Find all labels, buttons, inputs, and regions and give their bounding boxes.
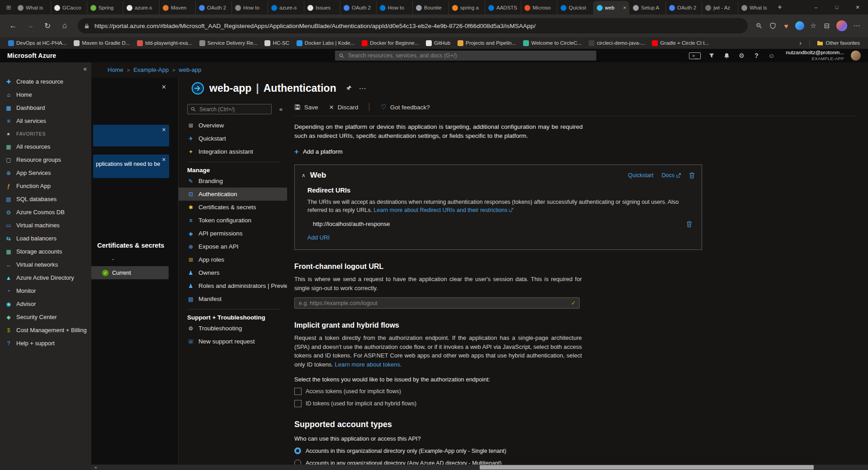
refresh-button[interactable]: ↻ [40,18,55,33]
sidebar-item-dashboard[interactable]: ▦Dashboard [0,101,91,114]
forward-button[interactable]: → [23,18,38,33]
browser-tab-issues[interactable]: Issues [304,1,340,14]
tab-close-icon[interactable]: × [623,5,626,10]
tab-actions-icon[interactable]: ⊞ [3,1,14,13]
front-channel-logout-input[interactable]: ✓ [294,297,580,309]
browser-tab-spring-a[interactable]: spring a [448,1,485,14]
menu-item-owners[interactable]: ♟Owners [179,266,287,279]
sidebar-item-load-balancers[interactable]: ⇆Load balancers [0,232,91,245]
menu-item-certificates-secrets[interactable]: ✱Certificates & secrets [179,201,287,214]
azure-brand[interactable]: Microsoft Azure [7,52,56,59]
browser-tab-quickst[interactable]: Quickst [557,1,593,14]
breadcrumb-example-app[interactable]: Example-App [133,66,169,73]
browser-tab-oauth-2[interactable]: OAuth 2 [195,1,231,14]
more-options-icon[interactable]: ⋯ [359,84,367,93]
menu-item-branding[interactable]: ✎Branding [179,174,287,188]
security-badge-icon[interactable] [767,20,778,32]
bookmark-hc-sc[interactable]: HC-SC [261,39,292,47]
bookmark-maven-to-gradle-d[interactable]: Maven to Gradle D... [70,39,133,47]
menu-item-new-support-request[interactable]: ☏New support request [179,335,287,348]
profile-avatar[interactable] [836,20,847,31]
notifications-icon[interactable] [722,53,731,59]
browser-tab-azure-s[interactable]: azure-s [123,1,159,14]
browser-tab-oauth-2[interactable]: OAuth 2 [340,1,376,14]
back-button[interactable]: ← [5,18,21,33]
zoom-icon[interactable] [753,20,765,32]
sidebar-item-home[interactable]: ⌂Home [0,88,91,101]
bookmark-gradle-circle-ci-t[interactable]: Gradle + Circle CI t... [648,39,712,47]
learn-more-tokens-link[interactable]: Learn more about tokens. [335,361,402,368]
browser-tab-how-to[interactable]: How to [376,1,412,14]
bookmarks-overflow-icon[interactable]: › [796,39,806,47]
url-input[interactable] [94,22,741,30]
cloud-shell-icon[interactable]: >_ [689,52,701,59]
breadcrumb-web-app[interactable]: web-app [179,66,202,73]
sidebar-item-sql-databases[interactable]: ▤SQL databases [0,193,91,206]
logout-url-input[interactable] [295,300,579,306]
menu-item-authentication[interactable]: ⊡Authentication [179,188,287,201]
browser-tab-microso[interactable]: Microso [521,1,557,14]
close-window-button[interactable]: ✕ [847,0,868,14]
sidebar-item-advisor[interactable]: ◉Advisor [0,297,91,310]
bookmark-tdd-playwright-exa[interactable]: tdd-playwright-exa... [133,39,196,47]
bookmark-welcome-to-circlec[interactable]: Welcome to CircleC... [519,39,585,47]
feedback-button[interactable]: ♡ Got feedback? [380,103,429,111]
sidebar-item-azure-cosmos-db[interactable]: ⊙Azure Cosmos DB [0,206,91,219]
directory-filter-icon[interactable] [708,53,716,58]
sidebar-item-monitor[interactable]: ◔Monitor [0,284,91,297]
menu-item-expose-an-api[interactable]: ⊕Expose an API [179,240,287,253]
bookmark-projects-and-pipelin[interactable]: Projects and Pipelin... [454,39,519,47]
id-tokens-checkbox[interactable]: ID tokens (used for implicit and hybrid … [294,400,856,407]
access-tokens-checkbox[interactable]: Access tokens (used for implicit flows) [294,388,856,395]
global-search-input[interactable] [347,52,592,59]
checkbox-icon[interactable] [294,388,302,395]
docs-link[interactable]: Docs [662,172,681,179]
sidebar-item-security-center[interactable]: ◆Security Center [0,310,91,324]
browser-menu-icon[interactable]: ⋯ [851,20,863,32]
multitenant-radio[interactable]: Accounts in any organizational directory… [294,460,856,465]
scrollbar-thumb[interactable] [480,465,814,470]
sidebar-item-virtual-networks[interactable]: ↔Virtual networks [0,258,91,271]
minimize-button[interactable]: – [806,0,826,14]
single-tenant-radio[interactable]: Accounts in this organizational director… [294,447,856,454]
browser-essentials-icon[interactable]: ♥ [780,20,792,32]
sidebar-item-create-a-resource[interactable]: ✚Create a resource [0,75,91,88]
browser-tab-aadsts[interactable]: AADSTS [485,1,521,14]
add-uri-link[interactable]: Add URI [307,234,330,241]
sidebar-item-all-services[interactable]: ≡All services [0,114,91,127]
user-avatar[interactable] [851,51,861,61]
browser-tab-bountie[interactable]: Bountie [412,1,448,14]
redirect-uri-row[interactable]: http://localhost/auth-response [307,221,695,227]
address-bar[interactable] [78,18,748,33]
checkbox-icon[interactable] [294,400,302,407]
blade-search-input[interactable] [198,106,268,113]
delete-platform-icon[interactable] [689,172,695,179]
favorites-icon[interactable]: ☆ [807,20,819,32]
menu-item-token-configuration[interactable]: ≡Token configuration [179,214,287,227]
browser-tab-web[interactable]: web× [593,1,629,14]
toast-close-icon[interactable]: ✕ [162,157,166,163]
horizontal-scrollbar[interactable]: ◂ [91,465,868,470]
browser-tab-oauth-2[interactable]: OAuth 2 [665,1,702,14]
discard-button[interactable]: ✕ Discard [329,104,359,111]
browser-tab-gcacco[interactable]: GCacco [51,1,87,14]
copilot-icon[interactable] [794,20,806,32]
scroll-left-icon[interactable]: ◂ [92,465,99,470]
delete-uri-icon[interactable] [686,221,692,227]
browser-tab-maven[interactable]: Maven [159,1,195,14]
sidebar-item-resource-groups[interactable]: ▢Resource groups [0,153,91,166]
chevron-up-icon[interactable]: ∧ [302,172,306,179]
add-platform-button[interactable]: + Add a platform [294,148,856,155]
menu-item-integration-assistant[interactable]: ✦Integration assistant [179,145,287,158]
maximize-button[interactable]: □ [826,0,847,14]
menu-item-roles-and-administrators-preview[interactable]: ♟Roles and administrators | Preview [179,279,287,292]
sidebar-item-help-support[interactable]: ?Help + support [0,337,91,350]
sidebar-item-azure-active-directory[interactable]: ▲Azure Active Directory [0,271,91,284]
menu-item-overview[interactable]: ⊞Overview [179,119,287,132]
menu-item-manifest[interactable]: ▤Manifest [179,292,287,306]
redirect-uri-restrictions-link[interactable]: Learn more about Redirect URIs and their… [374,207,513,213]
bookmark-docker-labs-kode[interactable]: Docker Labs | Kode... [293,39,358,47]
browser-tab-azure-s[interactable]: azure-s [268,1,304,14]
bookmark-devops-at-hc-pha[interactable]: DevOps at HC-PHA... [5,39,70,47]
sidebar-item-storage-accounts[interactable]: ▦Storage accounts [0,245,91,258]
